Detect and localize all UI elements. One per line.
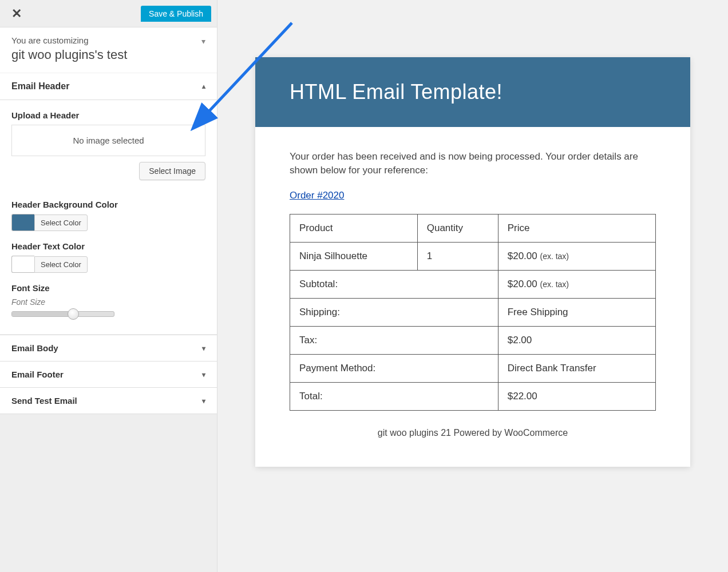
accordion-title: Email Footer [11, 370, 64, 379]
select-bg-color-button[interactable]: Select Color [34, 214, 88, 231]
td-value: $20.00 (ex. tax) [498, 270, 655, 298]
upload-dropzone[interactable]: No image selected [11, 125, 205, 156]
email-body: Your order has been received and is now … [255, 127, 690, 467]
chevron-down-icon: ▾ [202, 371, 205, 379]
header-text-color-swatch[interactable] [11, 256, 34, 273]
td-label: Subtotal: [290, 270, 498, 298]
slider-fill [12, 312, 73, 316]
table-row: Payment Method:Direct Bank Transfer [290, 354, 656, 382]
slider-thumb[interactable] [68, 308, 79, 320]
accordion-header-email-footer[interactable]: Email Footer▾ [0, 362, 217, 388]
customizer-sidebar: ✕ Save & Publish You are customizing git… [0, 0, 217, 572]
save-publish-button[interactable]: Save & Publish [141, 6, 211, 22]
th-quantity: Quantity [417, 214, 498, 242]
table-row: Subtotal:$20.00 (ex. tax) [290, 270, 656, 298]
order-table: Product Quantity Price Ninja Silhouette … [290, 214, 656, 411]
td-value: Free Shipping [498, 298, 655, 326]
chevron-up-icon: ▴ [202, 82, 205, 90]
font-size-slider[interactable] [11, 311, 114, 317]
upload-header-label: Upload a Header [11, 110, 205, 120]
chevron-down-icon: ▾ [201, 37, 205, 46]
customizing-title: git woo plugins's test [11, 47, 205, 62]
email-intro-text: Your order has been received and is now … [290, 150, 656, 177]
accordion-header-send-test-email[interactable]: Send Test Email▾ [0, 388, 217, 414]
close-icon[interactable]: ✕ [11, 6, 22, 21]
th-product: Product [290, 214, 418, 242]
td-product: Ninja Silhouette [290, 242, 418, 270]
table-row: Total:$22.00 [290, 382, 656, 410]
order-link[interactable]: Order #2020 [290, 190, 344, 201]
email-header-panel: Upload a Header No image selected Select… [0, 100, 217, 335]
email-preview: HTML Email Template! Your order has been… [255, 57, 690, 467]
sidebar-topbar: ✕ Save & Publish [0, 0, 217, 27]
table-row: Tax:$2.00 [290, 326, 656, 354]
preview-area: HTML Email Template! Your order has been… [217, 0, 728, 572]
table-row: Shipping:Free Shipping [290, 298, 656, 326]
td-value: $2.00 [498, 326, 655, 354]
chevron-down-icon: ▾ [202, 344, 205, 352]
font-size-label: Font Size [11, 283, 205, 293]
email-header-bar: HTML Email Template! [255, 57, 690, 127]
td-value: Direct Bank Transfer [498, 354, 655, 382]
td-label: Total: [290, 382, 498, 410]
header-text-color-label: Header Text Color [11, 241, 205, 251]
accordion-title: Email Header [11, 81, 69, 92]
header-bg-color-swatch[interactable] [11, 214, 34, 231]
td-price: $20.00 (ex. tax) [498, 242, 655, 270]
td-quantity: 1 [417, 242, 498, 270]
email-footer-text: git woo plugins 21 Powered by WooCommerc… [290, 411, 656, 455]
font-size-sublabel: Font Size [11, 297, 205, 307]
table-item-row: Ninja Silhouette 1 $20.00 (ex. tax) [290, 242, 656, 270]
td-label: Tax: [290, 326, 498, 354]
chevron-down-icon: ▾ [202, 397, 205, 405]
select-text-color-button[interactable]: Select Color [34, 256, 88, 273]
accordion-title: Send Test Email [11, 396, 77, 406]
th-price: Price [498, 214, 655, 242]
td-label: Shipping: [290, 298, 498, 326]
accordion-header-email-body[interactable]: Email Body▾ [0, 335, 217, 362]
accordion-header-email-header[interactable]: Email Header ▴ [0, 73, 217, 100]
customizing-label: You are customizing [11, 35, 205, 45]
customizing-context[interactable]: You are customizing git woo plugins's te… [0, 27, 217, 73]
td-label: Payment Method: [290, 354, 498, 382]
td-value: $22.00 [498, 382, 655, 410]
accordion: Email Header ▴ Upload a Header No image … [0, 73, 217, 414]
select-image-button[interactable]: Select Image [139, 162, 205, 180]
accordion-title: Email Body [11, 343, 58, 353]
header-bg-color-label: Header Background Color [11, 200, 205, 209]
table-header-row: Product Quantity Price [290, 214, 656, 242]
